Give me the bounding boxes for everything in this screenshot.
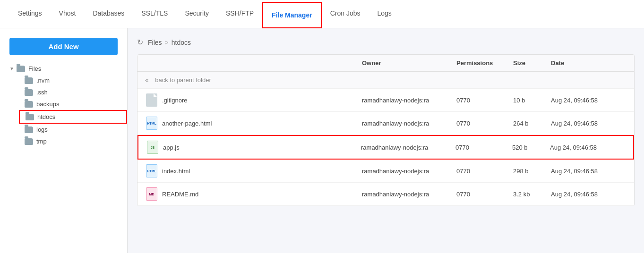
file-permissions: 0770 xyxy=(456,97,513,104)
back-to-parent-row[interactable]: « back to parent folder xyxy=(137,72,634,89)
file-owner: ramadhaniawy-nodejs:ra xyxy=(362,97,456,104)
nav-security[interactable]: Security xyxy=(176,0,217,28)
tree-item-label: .ssh xyxy=(36,89,48,96)
tree-children: .nvm .ssh backups htdocs logs xyxy=(4,75,127,147)
file-size: 3.2 kb xyxy=(513,191,551,198)
back-arrows-icon: « xyxy=(145,76,148,84)
file-permissions: 0770 xyxy=(455,144,512,151)
col-size: Size xyxy=(513,59,551,67)
nav-sshftp[interactable]: SSH/FTP xyxy=(217,0,262,28)
tree-item-label: tmp xyxy=(36,138,47,145)
file-date: Aug 24, 09:46:58 xyxy=(551,191,627,198)
table-header: Owner Permissions Size Date xyxy=(137,55,634,72)
file-icon-generic xyxy=(145,93,158,107)
folder-icon xyxy=(17,66,25,72)
file-permissions: 0770 xyxy=(456,191,513,198)
breadcrumb: ↻ Files > htdocs xyxy=(137,38,635,47)
refresh-icon[interactable]: ↻ xyxy=(137,38,143,47)
file-name: index.html xyxy=(162,168,190,175)
nav-logs[interactable]: Logs xyxy=(369,0,400,28)
file-size: 520 b xyxy=(512,144,550,151)
tree-item-label: backups xyxy=(36,101,59,108)
file-date: Aug 24, 09:46:58 xyxy=(551,120,627,127)
file-name: another-page.html xyxy=(162,120,212,127)
breadcrumb-htdocs[interactable]: htdocs xyxy=(172,39,191,46)
breadcrumb-files[interactable]: Files xyxy=(148,39,162,46)
table-row[interactable]: HTML index.html ramadhaniawy-nodejs:ra 0… xyxy=(137,160,634,183)
file-name-cell: MD README.md xyxy=(145,187,362,201)
tree-root-files[interactable]: ▼ Files xyxy=(4,63,127,75)
add-new-button[interactable]: Add New xyxy=(9,38,118,55)
nav-cronjobs[interactable]: Cron Jobs xyxy=(322,0,369,28)
file-owner: ramadhaniawy-nodejs:ra xyxy=(362,191,456,198)
tree-item-ssh[interactable]: .ssh xyxy=(19,86,127,98)
col-owner: Owner xyxy=(362,59,456,67)
file-date: Aug 24, 09:46:58 xyxy=(550,144,626,151)
nav-vhost[interactable]: Vhost xyxy=(51,0,85,28)
folder-icon xyxy=(25,126,33,133)
tree-root-label: Files xyxy=(28,65,41,72)
file-table: Owner Permissions Size Date « back to pa… xyxy=(137,54,635,206)
table-row[interactable]: MD README.md ramadhaniawy-nodejs:ra 0770… xyxy=(137,183,634,206)
sidebar: Add New ▼ Files .nvm .ssh backups xyxy=(0,28,128,253)
file-name: README.md xyxy=(162,191,198,198)
back-label-cell: « back to parent folder xyxy=(145,76,362,84)
nav-ssltls[interactable]: SSL/TLS xyxy=(133,0,176,28)
folder-icon xyxy=(25,77,33,84)
folder-icon xyxy=(25,138,33,145)
folder-icon xyxy=(25,101,33,108)
top-nav: Settings Vhost Databases SSL/TLS Securit… xyxy=(0,0,644,28)
file-icon-html: HTML xyxy=(145,164,158,177)
tree-item-label: htdocs xyxy=(37,113,55,120)
file-owner: ramadhaniawy-nodejs:ra xyxy=(362,120,456,127)
file-permissions: 0770 xyxy=(456,120,513,127)
file-size: 10 b xyxy=(513,97,551,104)
col-permissions: Permissions xyxy=(456,59,513,67)
tree-item-label: .nvm xyxy=(36,77,50,84)
tree-item-htdocs[interactable]: htdocs xyxy=(19,110,127,124)
file-date: Aug 24, 09:46:58 xyxy=(551,97,627,104)
folder-icon xyxy=(26,114,34,120)
file-owner: ramadhaniawy-nodejs:ra xyxy=(361,144,455,151)
tree-item-logs[interactable]: logs xyxy=(19,124,127,135)
table-row-appjs[interactable]: JS app.js ramadhaniawy-nodejs:ra 0770 52… xyxy=(137,135,634,160)
file-icon-md: MD xyxy=(145,187,158,201)
file-icon-html: HTML xyxy=(145,117,158,130)
tree-item-label: logs xyxy=(36,126,48,133)
file-tree: ▼ Files .nvm .ssh backups xyxy=(0,63,127,147)
back-label: back to parent folder xyxy=(155,76,211,84)
main-layout: Add New ▼ Files .nvm .ssh backups xyxy=(0,28,644,253)
file-size: 298 b xyxy=(513,168,551,175)
file-name-cell: JS app.js xyxy=(146,141,361,154)
file-name-cell: .gitignore xyxy=(145,93,362,107)
file-owner: ramadhaniawy-nodejs:ra xyxy=(362,168,456,175)
file-name-cell: HTML another-page.html xyxy=(145,117,362,130)
file-name: app.js xyxy=(163,144,180,151)
file-name: .gitignore xyxy=(162,97,187,104)
col-name xyxy=(145,59,362,67)
tree-item-backups[interactable]: backups xyxy=(19,98,127,110)
nav-filemanager[interactable]: File Manager xyxy=(262,2,322,28)
nav-databases[interactable]: Databases xyxy=(84,0,133,28)
tree-arrow-icon: ▼ xyxy=(9,66,14,71)
breadcrumb-separator: > xyxy=(165,39,169,46)
tree-item-nvm[interactable]: .nvm xyxy=(19,75,127,86)
file-icon-js: JS xyxy=(146,141,159,154)
nav-settings[interactable]: Settings xyxy=(9,0,51,28)
file-size: 264 b xyxy=(513,120,551,127)
file-permissions: 0770 xyxy=(456,168,513,175)
file-date: Aug 24, 09:46:58 xyxy=(551,168,627,175)
tree-item-tmp[interactable]: tmp xyxy=(19,135,127,147)
folder-icon xyxy=(25,89,33,96)
content-area: ↻ Files > htdocs Owner Permissions Size … xyxy=(128,28,644,253)
table-row[interactable]: HTML another-page.html ramadhaniawy-node… xyxy=(137,112,634,135)
col-date: Date xyxy=(551,59,627,67)
table-row[interactable]: .gitignore ramadhaniawy-nodejs:ra 0770 1… xyxy=(137,89,634,112)
file-name-cell: HTML index.html xyxy=(145,164,362,177)
